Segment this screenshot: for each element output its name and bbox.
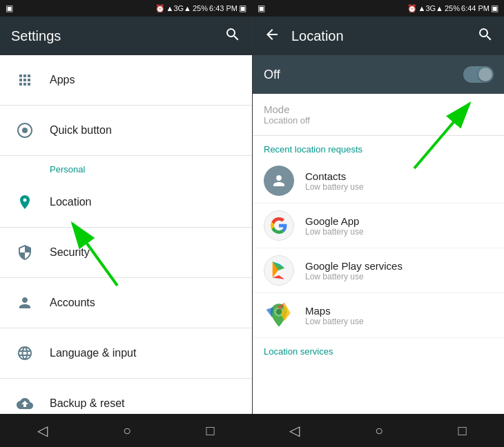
alarm-icon: ⏰ (155, 4, 165, 13)
backup-icon (11, 390, 39, 414)
right-back-nav[interactable]: ◁ (275, 417, 313, 444)
language-label: Language & input (50, 347, 136, 359)
alarm-icon-r: ⏰ (407, 4, 417, 13)
location-label: Location (50, 196, 92, 208)
battery-left: 25% (193, 4, 208, 12)
right-status-bar: ▣ ⏰ ▲3G▲ 25% 6:44 PM ▣ (252, 0, 504, 17)
signal-icon-r: ▲3G▲ (418, 4, 443, 12)
app-item-contacts[interactable]: Contacts Low battery use (253, 159, 504, 203)
left-home-nav[interactable]: ○ (109, 417, 145, 444)
backup-label: Backup & reset (50, 397, 125, 410)
bottom-navigation: ◁ ○ □ ◁ ○ □ (0, 414, 504, 447)
google-app-name: Google App (305, 215, 364, 227)
maps-icon (264, 300, 294, 330)
right-bottom-nav: ◁ ○ □ (252, 414, 504, 447)
settings-item-language[interactable]: Language & input (0, 328, 252, 379)
settings-screen: Settings Apps (0, 17, 252, 414)
security-label: Security (50, 246, 90, 259)
play-services-icon (264, 255, 294, 286)
photo-icon-right: ▣ (491, 3, 498, 13)
mode-label: Mode (264, 103, 494, 115)
left-status-bar: ▣ ⏰ ▲3G▲ 25% 6:43 PM ▣ (0, 0, 252, 17)
accounts-label: Accounts (50, 297, 95, 309)
time-right: 6:44 PM (461, 4, 490, 12)
play-services-sub: Low battery use (305, 272, 403, 281)
location-off-label: Off (264, 68, 463, 82)
back-button[interactable] (264, 26, 280, 46)
battery-right: 25% (445, 4, 460, 12)
location-toolbar: Location (253, 17, 504, 55)
maps-name: Maps (305, 305, 364, 317)
left-bottom-nav: ◁ ○ □ (0, 414, 252, 447)
location-screen: Location Off Mode Location off Recent lo… (253, 17, 504, 414)
play-services-name: Google Play services (305, 260, 403, 272)
settings-list: Apps Quick button Personal (0, 55, 252, 414)
language-icon (11, 339, 39, 367)
right-recent-nav[interactable]: □ (445, 417, 481, 444)
accounts-icon (11, 289, 39, 317)
location-toggle[interactable] (463, 66, 494, 83)
signal-icon: ▲3G▲ (166, 4, 191, 12)
apps-icon (11, 66, 39, 94)
google-app-icon (264, 210, 294, 241)
google-app-sub: Low battery use (305, 227, 364, 237)
location-services-title: Location services (253, 338, 504, 361)
recent-requests-title: Recent location requests (253, 136, 504, 159)
contacts-sub: Low battery use (305, 182, 364, 192)
contacts-icon (264, 166, 294, 196)
location-search-icon[interactable] (477, 26, 494, 46)
location-title: Location (291, 28, 477, 44)
personal-section-header: Personal (0, 156, 252, 177)
settings-toolbar: Settings (0, 17, 252, 55)
settings-item-location[interactable]: Location (0, 177, 252, 228)
screenshot-icon: ▣ (6, 3, 13, 13)
svg-point-1 (22, 128, 28, 133)
right-home-nav[interactable]: ○ (361, 417, 397, 444)
photo-icon-left: ▣ (239, 3, 246, 13)
app-item-play[interactable]: Google Play services Low battery use (253, 248, 504, 293)
settings-item-quick-button[interactable]: Quick button (0, 106, 252, 156)
screenshot-icon-r: ▣ (258, 3, 265, 13)
mode-row: Mode Location off (253, 94, 504, 136)
settings-item-security[interactable]: Security (0, 228, 252, 278)
quick-button-icon (11, 117, 39, 144)
mode-value: Location off (264, 115, 494, 126)
time-left: 6:43 PM (209, 4, 238, 12)
settings-item-apps[interactable]: Apps (0, 55, 252, 106)
left-back-nav[interactable]: ◁ (23, 417, 61, 444)
quick-button-label: Quick button (50, 124, 112, 137)
location-icon (11, 188, 39, 216)
security-icon (11, 239, 39, 266)
settings-title: Settings (11, 28, 224, 44)
left-recent-nav[interactable]: □ (193, 417, 229, 444)
contacts-name: Contacts (305, 170, 364, 182)
settings-search-icon[interactable] (224, 26, 241, 46)
apps-label: Apps (50, 74, 75, 86)
settings-item-backup[interactable]: Backup & reset (0, 379, 252, 414)
location-toggle-row: Off (253, 55, 504, 94)
app-item-google[interactable]: Google App Low battery use (253, 203, 504, 248)
maps-sub: Low battery use (305, 317, 364, 326)
settings-item-accounts[interactable]: Accounts (0, 278, 252, 328)
app-item-maps[interactable]: Maps Low battery use (253, 293, 504, 338)
